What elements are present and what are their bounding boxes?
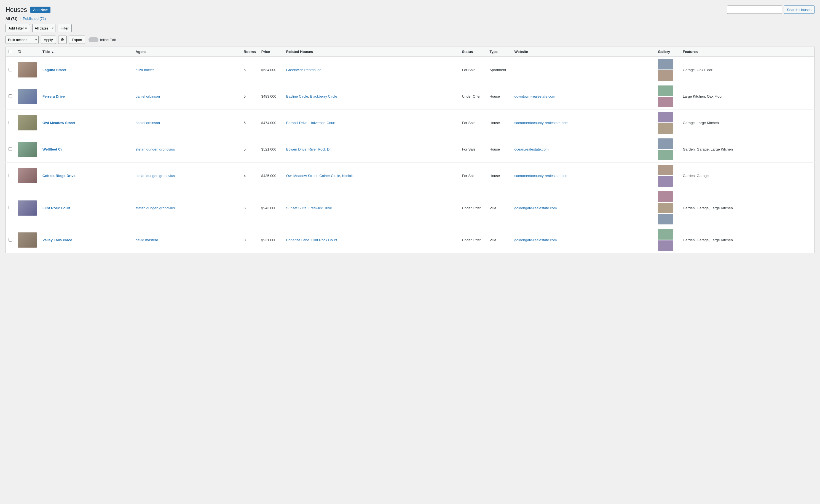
reorder-header: ⇅ [15, 47, 40, 57]
select-all-header[interactable] [6, 47, 15, 57]
related-house-link[interactable]: Bayline Circle [286, 94, 308, 98]
bulk-select-wrapper: Bulk actions [6, 36, 39, 44]
type-value: House [487, 110, 511, 136]
gallery-thumbnail [658, 214, 673, 224]
settings-icon-button[interactable]: ⚙ [58, 36, 67, 44]
house-title-link[interactable]: Wellfleet Cr [42, 147, 62, 151]
gallery-column-header[interactable]: Gallery [655, 47, 680, 57]
website-link[interactable]: goldengate-realestate.com [514, 206, 557, 210]
title-header-label: Title [42, 50, 50, 54]
row-checkbox[interactable] [9, 238, 12, 242]
features-value: Garden, Garage [680, 163, 814, 189]
gallery-cell [655, 136, 680, 163]
inline-edit-toggle[interactable] [89, 37, 98, 42]
gallery-thumbnail [658, 138, 673, 149]
website-cell: sacramentocounty-realestate.com [511, 163, 655, 189]
add-new-button[interactable]: Add New [30, 7, 50, 13]
add-filter-button[interactable]: Add Filter ▾ [6, 24, 30, 32]
website-cell: goldengate-realestate.com [511, 189, 655, 227]
related-house-link[interactable]: Blackberry Circle [310, 94, 337, 98]
date-select-wrapper: All dates [32, 24, 55, 32]
features-value: Garage, Oak Floor [680, 57, 814, 83]
select-all-checkbox[interactable] [9, 50, 12, 53]
row-checkbox[interactable] [9, 174, 12, 177]
type-value: House [487, 83, 511, 110]
status-value: Under Offer [459, 83, 487, 110]
website-cell: – [511, 57, 655, 83]
type-column-header[interactable]: Type [487, 47, 511, 57]
agent-link[interactable]: daniel orbinson [136, 94, 160, 98]
table-header-row: ⇅ Title ▲ Agent Rooms Price Related Hous… [6, 47, 814, 57]
row-checkbox[interactable] [9, 94, 12, 98]
related-house-link[interactable]: Sunset Suite [286, 206, 307, 210]
website-link[interactable]: ocean.realestate.com [514, 147, 548, 151]
website-link[interactable]: goldengate-realestate.com [514, 238, 557, 242]
house-title-link[interactable]: Laguna Street [42, 68, 66, 72]
bulk-actions-select[interactable]: Bulk actions [6, 36, 39, 44]
related-house-link[interactable]: Greenwich Penthouse [286, 68, 321, 72]
rooms-value: 5 [241, 83, 259, 110]
agent-link[interactable]: stefan dungen gronovius [136, 174, 175, 178]
agent-link[interactable]: eliza baxter [136, 68, 154, 72]
agent-column-header[interactable]: Agent [133, 47, 241, 57]
table-row: Wellfleet Crstefan dungen gronovius5$521… [6, 136, 814, 163]
agent-link[interactable]: david masterd [136, 238, 158, 242]
agent-link[interactable]: stefan dungen gronovius [136, 206, 175, 210]
gallery-thumbnail [658, 229, 673, 240]
type-value: House [487, 163, 511, 189]
house-title-link[interactable]: Owl Meadow Street [42, 121, 75, 125]
filter-button[interactable]: Filter [58, 24, 72, 32]
website-link[interactable]: sacramentocounty-realestate.com [514, 121, 568, 125]
status-value: For Sale [459, 136, 487, 163]
rooms-value: 4 [241, 163, 259, 189]
related-column-header[interactable]: Related Houses [283, 47, 459, 57]
house-thumbnail [18, 115, 37, 130]
export-button[interactable]: Export [69, 36, 85, 44]
website-column-header[interactable]: Website [511, 47, 655, 57]
title-column-header[interactable]: Title ▲ [40, 47, 133, 57]
related-house-link[interactable]: Colner Circle [319, 174, 340, 178]
related-house-link[interactable]: Bonanza Lane [286, 238, 309, 242]
house-thumbnail [18, 62, 37, 77]
rooms-value: 5 [241, 57, 259, 83]
related-house-link[interactable]: Flint Rock Court [311, 238, 337, 242]
related-houses-cell: Owl Meadow Street, Colner Circle, Norfol… [283, 163, 459, 189]
agent-link[interactable]: stefan dungen gronovius [136, 147, 175, 151]
row-checkbox[interactable] [9, 121, 12, 124]
house-title-link[interactable]: Valley Falls Place [42, 238, 72, 242]
search-button[interactable]: Search Houses [784, 6, 814, 14]
house-thumbnail [18, 232, 37, 248]
status-bar: All (71) | Published (71) [6, 17, 814, 21]
related-house-link[interactable]: Norfolk [342, 174, 353, 178]
price-column-header[interactable]: Price [259, 47, 283, 57]
related-house-link[interactable]: Halverson Court [309, 121, 335, 125]
house-title-link[interactable]: Flint Rock Court [42, 206, 70, 210]
gallery-cell [655, 110, 680, 136]
related-house-link[interactable]: Owl Meadow Street [286, 174, 317, 178]
row-checkbox[interactable] [9, 206, 12, 209]
row-checkbox[interactable] [9, 68, 12, 71]
type-value: House [487, 136, 511, 163]
apply-button[interactable]: Apply [41, 36, 56, 44]
status-value: For Sale [459, 57, 487, 83]
features-column-header[interactable]: Features [680, 47, 814, 57]
search-input[interactable] [727, 6, 782, 14]
status-column-header[interactable]: Status [459, 47, 487, 57]
status-all-link[interactable]: All (71) [6, 17, 17, 21]
agent-link[interactable]: daniel orbinson [136, 121, 160, 125]
related-house-link[interactable]: Bowen Drive [286, 147, 307, 151]
status-published-link[interactable]: Published (71) [23, 17, 46, 21]
date-select[interactable]: All dates [32, 24, 55, 32]
rooms-column-header[interactable]: Rooms [241, 47, 259, 57]
related-house-link[interactable]: Freswick Drive [309, 206, 332, 210]
related-house-link[interactable]: River Rock Dr. [309, 147, 332, 151]
website-link[interactable]: downtown-realestate.com [514, 94, 555, 98]
house-title-link[interactable]: Cobble Ridge Drive [42, 174, 76, 178]
price-value: $931,000 [259, 227, 283, 253]
related-houses-cell: Bayline Circle, Blackberry Circle [283, 83, 459, 110]
table-row: Flint Rock Courtstefan dungen gronovius6… [6, 189, 814, 227]
house-title-link[interactable]: Ferrera Drive [42, 94, 65, 98]
related-house-link[interactable]: Barnhill Drive [286, 121, 307, 125]
website-link[interactable]: sacramentocounty-realestate.com [514, 174, 568, 178]
row-checkbox[interactable] [9, 147, 12, 151]
